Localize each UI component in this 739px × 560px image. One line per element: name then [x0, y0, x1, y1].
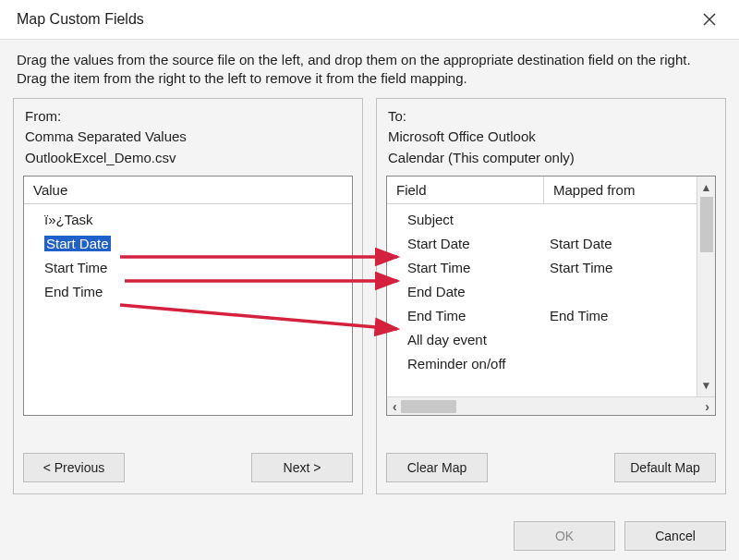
- to-dest-folder: Calendar (This computer only): [388, 148, 714, 169]
- to-column-headers: Field Mapped from: [387, 177, 697, 204]
- from-listbox[interactable]: Value ï»¿Task Start Date Start Time End …: [23, 176, 353, 416]
- from-column-header: Value: [24, 177, 352, 204]
- clear-map-button[interactable]: Clear Map: [386, 453, 488, 482]
- from-panel: From: Comma Separated Values OutlookExce…: [13, 98, 363, 495]
- to-panel: To: Microsoft Office Outlook Calendar (T…: [376, 98, 726, 495]
- to-panel-buttons: Clear Map Default Map: [386, 453, 716, 482]
- hscroll-thumb[interactable]: [401, 400, 456, 413]
- titlebar: Map Custom Fields: [0, 0, 739, 39]
- from-source-type: Comma Separated Values: [25, 127, 351, 148]
- to-list-content: Field Mapped from Subject Start Date Sta…: [387, 177, 697, 396]
- from-source-file: OutlookExcel_Demo.csv: [25, 148, 351, 169]
- to-list-rows: Subject Start Date Start Date Start Time…: [387, 204, 697, 396]
- previous-button[interactable]: < Previous: [23, 453, 125, 482]
- close-button[interactable]: [691, 5, 728, 34]
- table-row[interactable]: Reminder on/off: [387, 352, 697, 376]
- scroll-thumb[interactable]: [700, 197, 713, 252]
- ok-button[interactable]: OK: [514, 521, 615, 551]
- scroll-left-icon[interactable]: ‹: [393, 399, 397, 414]
- dialog-body: Drag the values from the source file on …: [0, 39, 739, 560]
- cancel-button[interactable]: Cancel: [624, 521, 726, 551]
- to-label: To:: [388, 106, 714, 128]
- default-map-button[interactable]: Default Map: [614, 453, 716, 482]
- list-item[interactable]: Start Time: [24, 256, 352, 280]
- to-panel-header: To: Microsoft Office Outlook Calendar (T…: [386, 104, 716, 175]
- table-row[interactable]: Start Date Start Date: [387, 232, 697, 256]
- to-dest-app: Microsoft Office Outlook: [388, 127, 714, 148]
- panels-container: From: Comma Separated Values OutlookExce…: [13, 98, 726, 495]
- table-row[interactable]: All day event: [387, 328, 697, 352]
- from-panel-header: From: Comma Separated Values OutlookExce…: [23, 104, 353, 175]
- to-listbox[interactable]: Field Mapped from Subject Start Date Sta…: [386, 176, 716, 416]
- instructions-text: Drag the values from the source file on …: [13, 49, 726, 98]
- scroll-down-icon[interactable]: ▼: [701, 378, 712, 393]
- to-col-mapped-header: Mapped from: [544, 177, 697, 203]
- list-item[interactable]: Start Date: [24, 232, 352, 256]
- horizontal-scrollbar[interactable]: ‹ ›: [387, 396, 715, 415]
- scroll-right-icon[interactable]: ›: [705, 399, 709, 414]
- window-title: Map Custom Fields: [17, 11, 144, 28]
- close-icon: [703, 13, 716, 26]
- table-row[interactable]: End Date: [387, 280, 697, 304]
- next-button[interactable]: Next >: [251, 453, 353, 482]
- from-list-rows: ï»¿Task Start Date Start Time End Time: [24, 204, 352, 308]
- table-row[interactable]: End Time End Time: [387, 304, 697, 328]
- list-item[interactable]: ï»¿Task: [24, 208, 352, 232]
- to-col-field-header: Field: [387, 177, 544, 203]
- from-label: From:: [25, 106, 351, 128]
- from-panel-buttons: < Previous Next >: [23, 453, 353, 482]
- dialog-footer: OK Cancel: [514, 521, 726, 551]
- table-row[interactable]: Subject: [387, 208, 697, 232]
- list-item[interactable]: End Time: [24, 280, 352, 304]
- table-row[interactable]: Start Time Start Time: [387, 256, 697, 280]
- scroll-up-icon[interactable]: ▲: [701, 180, 712, 195]
- vertical-scrollbar[interactable]: ▲ ▼: [697, 177, 715, 396]
